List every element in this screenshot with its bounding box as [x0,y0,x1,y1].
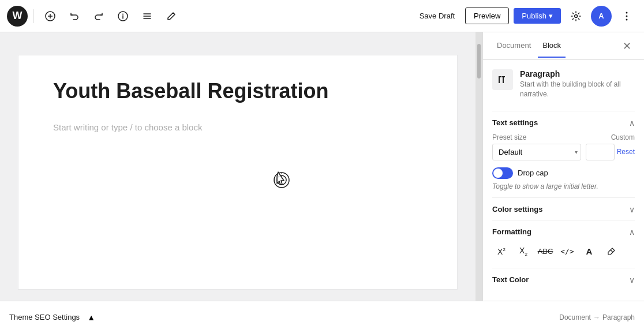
publish-label: Publish [522,12,546,20]
block-info: Paragraph Start with the building block … [492,69,635,99]
theme-seo-label: Theme SEO Settings [9,313,80,321]
text-color-toggle: ∨ [629,275,635,285]
formatting-row: X2 X2 ABC </> A [492,242,635,261]
main-toolbar: W Save Draft Preview Publish ▾ A [0,0,644,32]
bottom-bar: Theme SEO Settings ▲ Document → Paragrap… [0,301,644,333]
preset-size-label: Preset size [492,133,526,141]
pencil-icon [166,11,177,21]
svg-point-11 [626,15,628,17]
post-title[interactable]: Youth Baseball Registration [53,78,422,103]
drop-cap-toggle[interactable] [492,167,513,179]
editor-scroll[interactable]: Youth Baseball Registration Start writin… [0,32,475,301]
ellipsis-vertical-icon [626,11,628,21]
more-options-button[interactable] [616,6,637,27]
undo-button[interactable] [64,6,85,27]
post-body[interactable]: Start writing or type / to choose a bloc… [53,121,422,134]
list-view-button[interactable] [137,6,158,27]
superscript-button[interactable]: X2 [492,242,511,261]
toolbar-right: Save Draft Preview Publish ▾ A [414,6,637,27]
reset-button[interactable]: Reset [617,148,635,156]
highlight-button[interactable] [602,242,620,261]
info-icon [118,11,128,21]
add-block-button[interactable] [40,6,61,27]
block-icon [492,69,513,90]
editor-area: Youth Baseball Registration Start writin… [0,32,475,301]
text-settings-toggle: ∧ [629,118,635,128]
toolbar-divider-1 [33,9,34,23]
text-settings-label: Text settings [492,118,538,127]
panel-tabs: Document Block ✕ [483,32,644,60]
text-color-btn[interactable]: A [580,242,598,261]
wp-logo-text: W [13,10,23,22]
toggle-knob [493,169,503,178]
redo-button[interactable] [88,6,109,27]
formatting-toggle: ∧ [629,227,635,237]
svg-point-5 [122,13,123,14]
publish-button[interactable]: Publish ▾ [514,8,561,24]
settings-button[interactable] [566,6,586,27]
block-info-text: Paragraph Start with the building block … [520,69,635,99]
tools-button[interactable] [161,6,182,27]
scrollbar-thumb [477,44,481,78]
formatting-section[interactable]: Formatting ∧ [492,220,635,242]
preset-select-wrap: Default ▾ [492,144,581,160]
color-settings-label: Color settings [492,205,542,214]
drop-cap-label: Drop cap [518,169,548,177]
strikethrough-button[interactable]: ABC [536,242,555,261]
svg-point-9 [575,14,578,17]
undo-icon [69,11,80,21]
panel-body: Paragraph Start with the building block … [483,60,644,301]
list-icon [142,11,152,21]
custom-input-wrap: Reset [586,144,635,160]
save-draft-button[interactable]: Save Draft [414,8,460,24]
breadcrumb: Document → Paragraph [559,313,635,321]
theme-seo-expand-button[interactable]: ▲ [83,309,99,325]
main-area: Youth Baseball Registration Start writin… [0,32,644,301]
user-avatar-button[interactable]: A [591,6,612,27]
formatting-label: Formatting [492,227,531,236]
custom-size-input[interactable] [586,144,615,160]
breadcrumb-separator: → [593,313,600,321]
color-settings-toggle: ∨ [629,205,635,214]
drop-cap-row: Drop cap [492,167,635,179]
tab-block[interactable]: Block [538,34,566,58]
redo-icon [93,11,104,21]
preset-size-select[interactable]: Default [492,144,581,160]
publish-arrow: ▾ [549,12,553,20]
add-icon [45,11,55,21]
svg-line-15 [611,250,613,252]
block-description: Start with the building block of all nar… [520,80,635,99]
svg-point-12 [626,18,628,20]
highlight-icon [606,247,616,256]
block-name: Paragraph [520,69,635,78]
preset-size-row: Preset size Custom Default ▾ Reset [492,133,635,160]
custom-label: Custom [611,133,635,141]
text-settings-section[interactable]: Text settings ∧ [492,111,635,133]
wp-logo[interactable]: W [7,6,28,27]
text-color-label: Text Color [492,275,529,284]
breadcrumb-block[interactable]: Paragraph [602,313,635,321]
drop-cap-hint: Toggle to show a large initial letter. [492,182,635,190]
info-button[interactable] [113,6,133,27]
right-panel: Document Block ✕ Paragraph Start with th… [482,32,644,301]
panel-close-button[interactable]: ✕ [619,38,635,54]
bottom-left: Theme SEO Settings ▲ [9,309,99,325]
editor-content: Youth Baseball Registration Start writin… [18,55,457,289]
subscript-button[interactable]: X2 [514,242,533,261]
editor-scrollbar[interactable] [475,32,482,301]
user-initials: A [598,12,604,20]
svg-point-10 [626,12,628,13]
text-color-section[interactable]: Text Color ∨ [492,268,635,290]
paragraph-icon [497,74,508,85]
preview-button[interactable]: Preview [465,8,509,24]
breadcrumb-document[interactable]: Document [559,313,591,321]
gear-icon [571,11,581,21]
tab-document[interactable]: Document [492,34,536,58]
color-settings-section[interactable]: Color settings ∨ [492,197,635,220]
inline-code-button[interactable]: </> [558,242,576,261]
